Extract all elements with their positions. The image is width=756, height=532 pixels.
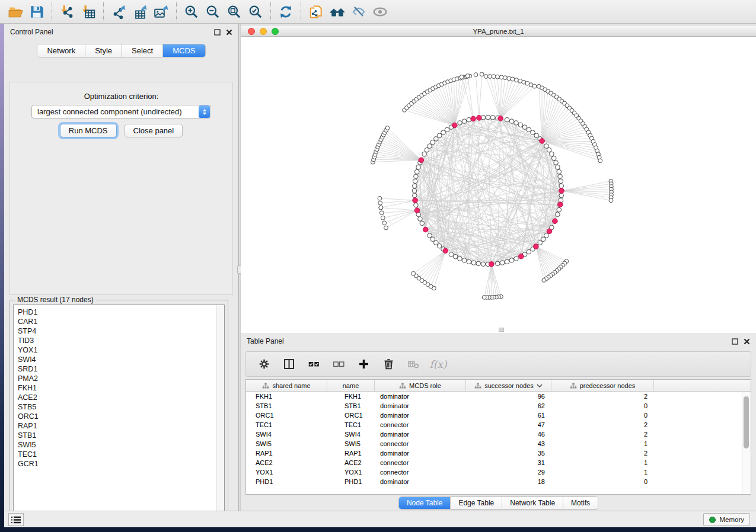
cell-successor-nodes[interactable]: 31 bbox=[466, 459, 551, 466]
clone-network-button[interactable] bbox=[305, 2, 327, 22]
cell-MCDS-role[interactable]: connector bbox=[375, 469, 466, 476]
zoom-out-button[interactable] bbox=[202, 2, 224, 22]
cell-name[interactable]: SWI5 bbox=[327, 440, 375, 447]
cell-name[interactable]: ORC1 bbox=[327, 412, 375, 419]
result-list-scrollbar[interactable] bbox=[216, 305, 224, 516]
add-button[interactable] bbox=[355, 355, 372, 373]
tab-select[interactable]: Select bbox=[122, 44, 163, 57]
cell-name[interactable]: TEC1 bbox=[327, 421, 375, 428]
delete-column-button[interactable] bbox=[405, 355, 422, 373]
column-header-name[interactable]: name bbox=[327, 380, 375, 391]
column-header-successor-nodes[interactable]: successor nodes bbox=[466, 380, 551, 391]
cell-predecessor-nodes[interactable]: 2 bbox=[551, 431, 654, 438]
close-panel-icon[interactable] bbox=[226, 29, 232, 36]
close-panel-button[interactable]: Close panel bbox=[125, 124, 183, 137]
cell-MCDS-role[interactable]: dominator bbox=[375, 402, 466, 409]
table-row[interactable]: ACE2ACE2connector311 bbox=[246, 458, 751, 467]
cell-predecessor-nodes[interactable]: 1 bbox=[551, 469, 654, 476]
cell-predecessor-nodes[interactable]: 2 bbox=[551, 393, 654, 400]
export-image-button[interactable] bbox=[151, 2, 172, 22]
network-view-titlebar[interactable]: YPA_prune.txt_1 bbox=[241, 26, 756, 37]
cell-shared-name[interactable]: PHD1 bbox=[246, 478, 327, 485]
cell-successor-nodes[interactable]: 46 bbox=[466, 431, 551, 438]
column-header-shared-name[interactable]: shared name bbox=[246, 380, 327, 391]
result-node[interactable]: STP4 bbox=[18, 326, 216, 336]
cell-predecessor-nodes[interactable]: 2 bbox=[551, 421, 654, 428]
cell-predecessor-nodes[interactable]: 1 bbox=[551, 440, 654, 447]
cell-MCDS-role[interactable]: dominator bbox=[375, 450, 466, 457]
tab-network-table[interactable]: Network Table bbox=[502, 497, 563, 509]
cell-successor-nodes[interactable]: 62 bbox=[466, 402, 551, 409]
float-panel-icon[interactable] bbox=[214, 29, 221, 36]
result-node[interactable]: ACE2 bbox=[18, 393, 216, 402]
open-file-button[interactable] bbox=[5, 2, 26, 22]
cell-predecessor-nodes[interactable]: 1 bbox=[551, 459, 654, 466]
canvas-resize-grip[interactable] bbox=[499, 328, 504, 332]
table-row[interactable]: FKH1FKH1dominator962 bbox=[246, 392, 751, 401]
import-table-button[interactable] bbox=[78, 2, 99, 22]
export-network-button[interactable] bbox=[108, 2, 129, 22]
show-panels-button[interactable] bbox=[8, 513, 24, 526]
cell-shared-name[interactable]: YOX1 bbox=[246, 469, 327, 476]
cell-name[interactable]: YOX1 bbox=[327, 469, 375, 476]
result-node[interactable]: SWI4 bbox=[18, 355, 216, 364]
unselect-all-button[interactable] bbox=[330, 355, 347, 373]
table-row[interactable]: SWI4SWI4dominator462 bbox=[246, 430, 751, 439]
gear-button[interactable] bbox=[256, 355, 272, 373]
result-node[interactable]: ORC1 bbox=[18, 412, 216, 421]
result-node[interactable]: SRD1 bbox=[18, 364, 216, 374]
cell-predecessor-nodes[interactable]: 0 bbox=[551, 412, 654, 419]
select-all-button[interactable] bbox=[305, 355, 322, 373]
cell-MCDS-role[interactable]: dominator bbox=[375, 431, 466, 438]
tab-node-table[interactable]: Node Table bbox=[399, 497, 451, 509]
columns-button[interactable] bbox=[280, 355, 297, 373]
cell-shared-name[interactable]: RAP1 bbox=[246, 450, 327, 457]
cell-predecessor-nodes[interactable]: 2 bbox=[551, 450, 654, 457]
cell-successor-nodes[interactable]: 47 bbox=[466, 421, 551, 428]
cell-shared-name[interactable]: ORC1 bbox=[246, 412, 327, 419]
zoom-selected-button[interactable] bbox=[245, 2, 266, 22]
result-node[interactable]: FKH1 bbox=[18, 383, 216, 393]
column-header-predecessor-nodes[interactable]: predecessor nodes bbox=[551, 380, 654, 391]
result-node[interactable]: PHD1 bbox=[18, 307, 216, 317]
table-row[interactable]: TEC1TEC1connector472 bbox=[246, 420, 751, 430]
cell-name[interactable]: STB1 bbox=[327, 402, 375, 409]
cell-shared-name[interactable]: TEC1 bbox=[246, 421, 327, 428]
cell-shared-name[interactable]: SWI5 bbox=[246, 440, 327, 447]
cell-name[interactable]: PHD1 bbox=[327, 478, 375, 485]
cell-MCDS-role[interactable]: connector bbox=[375, 440, 466, 447]
cell-predecessor-nodes[interactable]: 0 bbox=[551, 478, 654, 485]
table-row[interactable]: ORC1ORC1dominator610 bbox=[246, 411, 751, 420]
first-neighbors-button[interactable] bbox=[327, 2, 348, 22]
result-node[interactable]: PMA2 bbox=[18, 374, 216, 383]
mcds-result-list[interactable]: PHD1CAR1STP4TID3YOX1SWI4SRD1PMA2FKH1ACE2… bbox=[13, 305, 225, 517]
cell-name[interactable]: RAP1 bbox=[327, 450, 375, 457]
tab-mcds[interactable]: MCDS bbox=[163, 44, 205, 57]
cell-predecessor-nodes[interactable]: 0 bbox=[551, 402, 654, 409]
hide-selected-button[interactable] bbox=[348, 2, 369, 22]
cell-name[interactable]: ACE2 bbox=[327, 459, 375, 466]
optimization-criterion-select[interactable]: largest connected component (undirected) bbox=[31, 105, 211, 118]
table-scrollbar-thumb[interactable] bbox=[744, 396, 749, 448]
cell-successor-nodes[interactable]: 96 bbox=[466, 393, 551, 400]
result-node[interactable]: RAP1 bbox=[18, 421, 216, 431]
float-table-panel-icon[interactable] bbox=[732, 338, 738, 345]
cell-MCDS-role[interactable]: dominator bbox=[375, 393, 466, 400]
node-table[interactable]: shared namenameMCDS rolesuccessor nodesp… bbox=[245, 379, 751, 495]
cell-MCDS-role[interactable]: dominator bbox=[375, 478, 466, 485]
result-node[interactable]: SWI5 bbox=[18, 440, 216, 450]
table-row[interactable]: PHD1PHD1dominator180 bbox=[246, 477, 751, 486]
zoom-in-button[interactable] bbox=[181, 2, 202, 22]
cell-name[interactable]: SWI4 bbox=[327, 431, 375, 438]
run-mcds-button[interactable]: Run MCDS bbox=[60, 124, 117, 137]
tab-motifs[interactable]: Motifs bbox=[563, 497, 598, 509]
cell-successor-nodes[interactable]: 29 bbox=[466, 469, 551, 476]
close-table-panel-icon[interactable] bbox=[744, 338, 750, 345]
table-row[interactable]: SWI5SWI5connector431 bbox=[246, 439, 751, 448]
table-row[interactable]: STB1STB1dominator620 bbox=[246, 401, 751, 411]
result-node[interactable]: STB1 bbox=[18, 431, 216, 440]
result-node[interactable]: STB5 bbox=[18, 402, 216, 412]
refresh-button[interactable] bbox=[275, 2, 296, 22]
delete-button[interactable] bbox=[380, 355, 397, 373]
network-graph[interactable] bbox=[241, 37, 756, 333]
